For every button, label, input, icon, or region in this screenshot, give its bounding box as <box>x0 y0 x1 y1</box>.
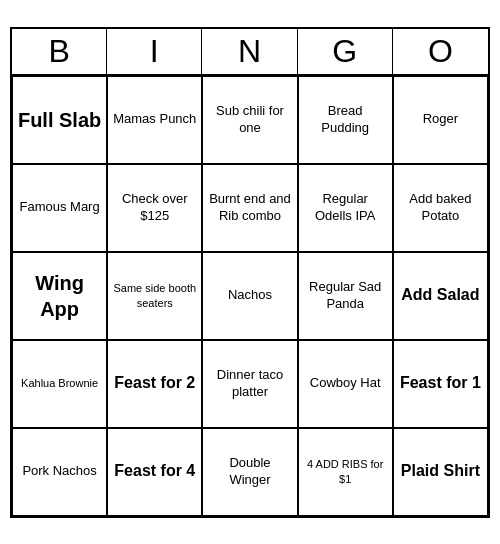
bingo-cell: Roger <box>393 76 488 164</box>
header-letter: O <box>393 29 488 74</box>
bingo-cell: Kahlua Brownie <box>12 340 107 428</box>
bingo-grid: Full SlabMamas PunchSub chili for oneBre… <box>12 76 488 516</box>
bingo-cell: Pork Nachos <box>12 428 107 516</box>
bingo-cell: Plaid Shirt <box>393 428 488 516</box>
header-letter: N <box>202 29 297 74</box>
bingo-cell: Sub chili for one <box>202 76 297 164</box>
bingo-cell: Full Slab <box>12 76 107 164</box>
bingo-cell: 4 ADD RIBS for $1 <box>298 428 393 516</box>
bingo-cell: Mamas Punch <box>107 76 202 164</box>
bingo-cell: Feast for 2 <box>107 340 202 428</box>
bingo-cell: Regular Odells IPA <box>298 164 393 252</box>
header-letter: B <box>12 29 107 74</box>
bingo-cell: Add baked Potato <box>393 164 488 252</box>
bingo-cell: Cowboy Hat <box>298 340 393 428</box>
bingo-cell: Famous Marg <box>12 164 107 252</box>
bingo-cell: Wing App <box>12 252 107 340</box>
bingo-cell: Feast for 1 <box>393 340 488 428</box>
bingo-cell: Regular Sad Panda <box>298 252 393 340</box>
bingo-cell: Check over $125 <box>107 164 202 252</box>
header-letter: G <box>298 29 393 74</box>
header-letter: I <box>107 29 202 74</box>
bingo-cell: Dinner taco platter <box>202 340 297 428</box>
bingo-card: BINGO Full SlabMamas PunchSub chili for … <box>10 27 490 518</box>
bingo-cell: Bread Pudding <box>298 76 393 164</box>
bingo-header: BINGO <box>12 29 488 76</box>
bingo-cell: Nachos <box>202 252 297 340</box>
bingo-cell: Same side booth seaters <box>107 252 202 340</box>
bingo-cell: Burnt end and Rib combo <box>202 164 297 252</box>
bingo-cell: Feast for 4 <box>107 428 202 516</box>
bingo-cell: Add Salad <box>393 252 488 340</box>
bingo-cell: Double Winger <box>202 428 297 516</box>
